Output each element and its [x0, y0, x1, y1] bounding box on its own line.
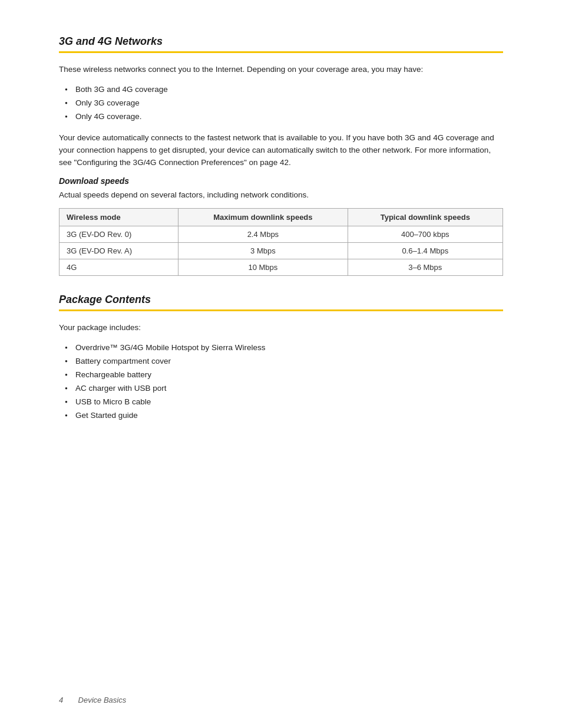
coverage-list: Both 3G and 4G coverage Only 3G coverage…	[65, 83, 503, 124]
table-header-typical-speed: Typical downlink speeds	[348, 209, 503, 226]
list-item: Both 3G and 4G coverage	[65, 83, 503, 97]
list-item: Only 4G coverage.	[65, 110, 503, 124]
list-item: USB to Micro B cable	[65, 396, 503, 409]
table-row: 3G (EV-DO Rev. A) 3 Mbps 0.6–1.4 Mbps	[59, 243, 503, 259]
list-item: Get Started guide	[65, 409, 503, 423]
table-cell-max: 10 Mbps	[178, 259, 348, 276]
page-number: 4	[59, 696, 63, 704]
page-footer: 4 Device Basics	[59, 696, 126, 704]
list-item: Battery compartment cover	[65, 355, 503, 368]
table-cell-max: 2.4 Mbps	[178, 226, 348, 243]
package-intro: Your package includes:	[59, 322, 503, 334]
table-cell-max: 3 Mbps	[178, 243, 348, 259]
table-header-max-speed: Maximum downlink speeds	[178, 209, 348, 226]
list-item: Only 3G coverage	[65, 97, 503, 110]
table-row: 3G (EV-DO Rev. 0) 2.4 Mbps 400–700 kbps	[59, 226, 503, 243]
table-cell-mode: 3G (EV-DO Rev. A)	[59, 243, 178, 259]
download-speeds-table: Wireless mode Maximum downlink speeds Ty…	[59, 208, 503, 276]
download-speeds-subsection: Download speeds Actual speeds depend on …	[59, 176, 503, 276]
table-row: 4G 10 Mbps 3–6 Mbps	[59, 259, 503, 276]
section-3g-4g-title: 3G and 4G Networks	[59, 35, 503, 48]
section-description: Your device automatically connects to th…	[59, 132, 503, 169]
section-label: Device Basics	[78, 696, 127, 704]
table-cell-typical: 3–6 Mbps	[348, 259, 503, 276]
table-cell-mode: 3G (EV-DO Rev. 0)	[59, 226, 178, 243]
table-cell-typical: 400–700 kbps	[348, 226, 503, 243]
table-header-wireless-mode: Wireless mode	[59, 209, 178, 226]
section-package-contents: Package Contents Your package includes: …	[59, 294, 503, 423]
list-item: Rechargeable battery	[65, 368, 503, 382]
section-3g-4g: 3G and 4G Networks These wireless networ…	[59, 35, 503, 276]
section-divider	[59, 51, 503, 53]
section-divider	[59, 309, 503, 311]
list-item: Overdrive™ 3G/4G Mobile Hotspot by Sierr…	[65, 341, 503, 355]
table-cell-mode: 4G	[59, 259, 178, 276]
table-cell-typical: 0.6–1.4 Mbps	[348, 243, 503, 259]
subsection-download-intro: Actual speeds depend on several factors,…	[59, 189, 503, 202]
list-item: AC charger with USB port	[65, 382, 503, 396]
package-list: Overdrive™ 3G/4G Mobile Hotspot by Sierr…	[65, 341, 503, 423]
section-intro: These wireless networks connect you to t…	[59, 64, 503, 76]
subsection-download-title: Download speeds	[59, 176, 503, 186]
section-package-title: Package Contents	[59, 294, 503, 306]
